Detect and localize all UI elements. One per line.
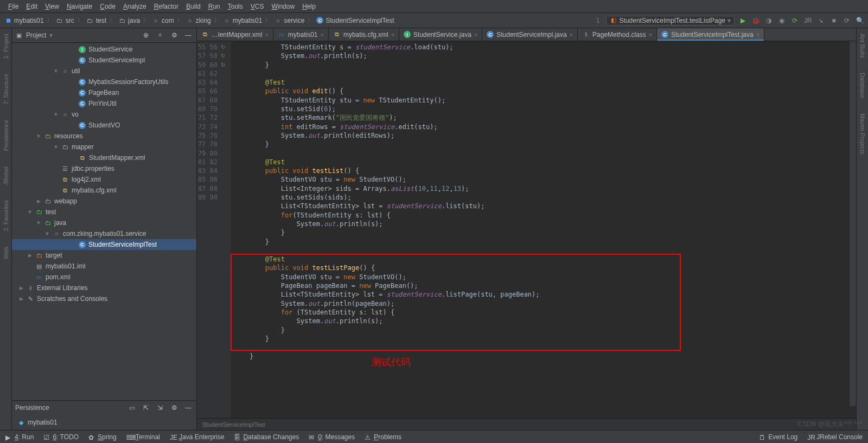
crumb[interactable]: ○zking — [185, 17, 212, 24]
editor-scrollbar[interactable] — [850, 41, 856, 406]
crumb[interactable]: 🗀src — [55, 17, 75, 24]
tree-arrow[interactable]: ▼ — [53, 112, 59, 117]
menu-window[interactable]: Window — [267, 2, 298, 11]
menu-edit[interactable]: Edit — [22, 2, 41, 11]
menu-build[interactable]: Build — [182, 2, 205, 11]
coverage-button[interactable]: ◑ — [764, 16, 774, 25]
tool-web[interactable]: Web — [3, 245, 9, 261]
editor-tab[interactable]: CStudentServiceImpl.java× — [482, 28, 578, 41]
tree-arrow[interactable]: ▶ — [18, 285, 24, 291]
menu-code[interactable]: Code — [96, 2, 119, 11]
tree-arrow[interactable]: ▼ — [53, 144, 59, 150]
close-icon[interactable]: × — [474, 31, 477, 38]
tree-arrow[interactable]: ▼ — [36, 133, 41, 139]
menu-view[interactable]: View — [41, 2, 63, 11]
collapse-all-icon[interactable]: ⇲ — [155, 403, 165, 413]
editor-tab[interactable]: ⧉…lentMapper.xml× — [197, 28, 273, 41]
close-icon[interactable]: × — [391, 31, 394, 38]
crumb[interactable]: ○mybatis01 — [222, 17, 264, 24]
editor-breadcrumb[interactable]: StudentServiceImplTest — [197, 418, 856, 430]
tree-item[interactable]: ▤mybatis01.iml — [12, 261, 196, 272]
close-icon[interactable]: × — [570, 31, 573, 38]
hide-icon[interactable]: — — [183, 403, 193, 413]
update-icon[interactable]: ⟳ — [842, 16, 852, 25]
tree-item[interactable]: ▼○util — [12, 66, 196, 76]
tool-jrebel[interactable]: JRebel — [3, 164, 9, 187]
profile-button[interactable]: ◉ — [777, 16, 787, 25]
tree-arrow[interactable]: ▶ — [18, 296, 24, 301]
tree-item[interactable]: ▼🗀mapper — [12, 142, 196, 152]
close-icon[interactable]: × — [649, 31, 652, 38]
run-button[interactable]: ▶ — [738, 16, 748, 25]
status-problems[interactable]: ⚠Problems — [365, 433, 401, 441]
layout-icon[interactable]: ▭ — [127, 403, 137, 413]
editor-tab[interactable]: ⫴PageMethod.class× — [578, 28, 657, 41]
tree-arrow[interactable]: ▼ — [44, 231, 50, 236]
status-4-run[interactable]: ▶4: Run — [5, 433, 34, 441]
menu-analyze[interactable]: Analyze — [119, 2, 150, 11]
editor-tab[interactable]: CStudentServiceImplTest.java× — [657, 28, 764, 41]
tool-1-project[interactable]: 1: Project — [3, 31, 9, 61]
status-6-todo[interactable]: ☑6: TODO — [43, 433, 79, 441]
tree-item[interactable]: ⧉mybatis.cfg.xml — [12, 185, 196, 196]
tree-item[interactable]: ▶⫴External Libraries — [12, 283, 196, 293]
tree-item[interactable]: IStudentService — [12, 44, 196, 55]
close-icon[interactable]: × — [321, 31, 324, 38]
crumb[interactable]: 🗀java — [117, 17, 141, 24]
tree-item[interactable]: ⧉StudentMapper.xml — [12, 152, 196, 163]
code-content[interactable]: TStudentEntity s = studentService.load(s… — [231, 41, 856, 418]
tree-item[interactable]: CPageBean — [12, 87, 196, 98]
tree-item[interactable]: ▼🗀resources — [12, 131, 196, 142]
tree-arrow[interactable]: ▼ — [36, 220, 41, 226]
crumb[interactable]: ○com — [151, 17, 175, 24]
tree-item[interactable]: CStudentServiceImplTest — [12, 239, 196, 250]
collapse-icon[interactable]: ÷ — [155, 30, 165, 40]
status-java-enterprise[interactable]: JEJava Enterprise — [170, 433, 224, 441]
status-spring[interactable]: ✿Spring — [88, 433, 117, 441]
tree-arrow[interactable]: ▶ — [36, 198, 41, 204]
close-icon[interactable]: × — [756, 31, 760, 38]
hide-icon[interactable]: — — [183, 30, 193, 40]
persistence-item[interactable]: ◆ mybatis01 — [17, 417, 191, 428]
build-icon[interactable]: ⤵ — [593, 16, 603, 25]
tool-database[interactable]: Database — [859, 70, 866, 100]
tool-2-favorites[interactable]: 2: Favorites — [3, 198, 9, 233]
tree-item[interactable]: ▶✎Scratches and Consoles — [12, 293, 196, 304]
menu-refactor[interactable]: Refactor — [150, 2, 182, 11]
tool-maven-projects[interactable]: Maven Projects — [859, 111, 866, 157]
tree-item[interactable]: CStudentServiceImpl — [12, 55, 196, 66]
search-icon[interactable]: 🔍 — [855, 16, 865, 25]
crumb[interactable]: CStudentServiceImplTest — [315, 17, 395, 24]
crumb[interactable]: ○service — [273, 17, 305, 24]
tree-item[interactable]: ▶🗀webapp — [12, 196, 196, 207]
status-database-changes[interactable]: 🗄Database Changes — [234, 433, 299, 441]
target-icon[interactable]: ⊕ — [141, 30, 151, 40]
menu-run[interactable]: Run — [205, 2, 224, 11]
code-area[interactable]: 55 56 57 58 59 60 61 62 63 64 65 66 67 6… — [197, 41, 856, 418]
tool-persistence[interactable]: Persistence — [3, 118, 9, 153]
stop-button[interactable]: ■ — [829, 16, 839, 25]
status-0-messages[interactable]: ✉0: Messages — [309, 433, 355, 441]
tool-ant-build[interactable]: Ant Build — [859, 31, 866, 60]
jrebel-debug-icon[interactable]: JR — [803, 16, 813, 25]
tree-arrow[interactable]: ▼ — [27, 209, 33, 215]
menu-file[interactable]: File — [4, 2, 22, 11]
status-event-log[interactable]: 🗒Event Log — [759, 433, 797, 441]
tree-arrow[interactable]: ▶ — [27, 253, 33, 258]
crumb[interactable]: 🗀test — [85, 17, 107, 24]
tree-item[interactable]: ☰jdbc.properties — [12, 163, 196, 174]
tree-item[interactable]: ▼○com.zking.mybatis01.service — [12, 228, 196, 239]
tree-arrow[interactable]: ▼ — [53, 68, 59, 74]
tree-item[interactable]: ▼🗀java — [12, 217, 196, 228]
menu-tools[interactable]: Tools — [224, 2, 247, 11]
crumb[interactable]: ◼mybatis01 — [3, 17, 45, 24]
status-jrebel-console[interactable]: JRJRebel Console — [807, 433, 863, 441]
menu-vcs[interactable]: VCS — [247, 2, 268, 11]
expand-icon[interactable]: ⇱ — [141, 403, 151, 413]
tree-item[interactable]: ▶🗀target — [12, 250, 196, 261]
project-tree[interactable]: IStudentServiceCStudentServiceImpl▼○util… — [12, 43, 196, 400]
tree-item[interactable]: CPinYinUtil — [12, 98, 196, 109]
tree-item[interactable]: mpom.xml — [12, 272, 196, 283]
jrebel-run-icon[interactable]: ⟳ — [790, 16, 800, 25]
run-config-select[interactable]: ◧ StudentServiceImplTest.testListPage ▾ — [606, 16, 735, 25]
